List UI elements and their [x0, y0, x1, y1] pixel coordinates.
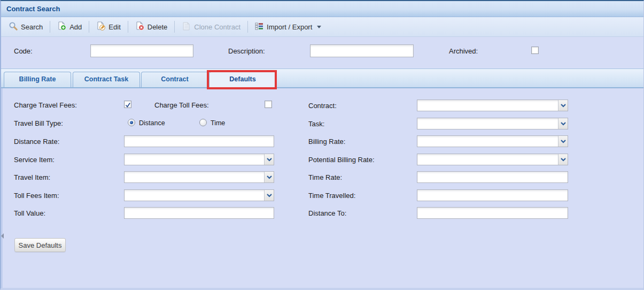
clone-contract-button-label: Clone Contract — [194, 23, 240, 31]
add-icon — [57, 21, 66, 32]
service-item-combobox[interactable] — [124, 154, 274, 165]
toll-value-label: Toll Value: — [14, 209, 45, 217]
import-export-button[interactable]: Import / Export — [251, 20, 325, 34]
radio-time-label: Time — [211, 119, 225, 127]
edit-button-label: Edit — [108, 23, 120, 31]
task-label: Task: — [308, 120, 324, 128]
delete-button-label: Delete — [148, 23, 168, 31]
billing-rate-combo-input[interactable] — [417, 136, 558, 147]
tab-contract[interactable]: Contract — [141, 72, 208, 87]
distance-to-input[interactable] — [417, 207, 568, 219]
billing-rate-combobox[interactable] — [417, 135, 568, 147]
edit-button[interactable]: Edit — [92, 19, 125, 34]
potential-billing-rate-combobox[interactable] — [417, 154, 568, 165]
potential-billing-rate-combo-trigger[interactable] — [558, 154, 568, 165]
task-combo-input[interactable] — [417, 118, 558, 129]
clone-contract-button[interactable]: Clone Contract — [177, 19, 245, 34]
task-combobox[interactable] — [417, 118, 568, 129]
time-rate-label: Time Rate: — [308, 173, 342, 181]
contract-combo-trigger[interactable] — [558, 100, 568, 111]
delete-icon — [135, 21, 144, 32]
save-defaults-button[interactable]: Save Defaults — [14, 238, 66, 252]
edit-icon — [96, 21, 105, 32]
panel-left-edge — [1, 88, 3, 288]
distance-to-label: Distance To: — [308, 209, 346, 217]
import-export-icon — [255, 22, 263, 32]
charge-toll-fees-label: Charge Toll Fees: — [154, 101, 209, 109]
potential-billing-rate-combo-input[interactable] — [417, 154, 558, 165]
chevron-down-icon — [317, 26, 321, 28]
service-item-combo-trigger[interactable] — [264, 154, 274, 165]
billing-rate-label: Billing Rate: — [308, 138, 345, 146]
radio-distance-label: Distance — [139, 119, 165, 127]
travel-bill-type-label: Travel Bill Type: — [14, 119, 63, 127]
tab-defaults[interactable]: Defaults — [209, 72, 276, 88]
distance-rate-input[interactable] — [124, 135, 274, 147]
code-label: Code: — [14, 47, 33, 55]
archived-checkbox[interactable] — [531, 47, 539, 54]
description-input[interactable] — [310, 44, 414, 57]
charge-travel-fees-label: Charge Travel Fees: — [14, 101, 77, 109]
toll-fees-item-combobox[interactable] — [124, 189, 274, 201]
time-rate-input[interactable] — [417, 171, 568, 183]
archived-label: Archived: — [449, 47, 478, 55]
add-button-label: Add — [69, 23, 82, 31]
toll-value-input[interactable] — [124, 207, 274, 219]
toolbar-separator — [50, 21, 50, 33]
travel-item-label: Travel Item: — [14, 173, 50, 181]
toolbar-separator — [128, 21, 128, 33]
contract-combo-input[interactable] — [417, 100, 558, 111]
contract-search-window: Contract Search Search Add Edit Delete C… — [0, 0, 644, 290]
search-icon — [9, 21, 18, 32]
code-input[interactable] — [90, 44, 193, 57]
main-toolbar: Search Add Edit Delete Clone Contract Im… — [1, 17, 643, 37]
billing-rate-combo-trigger[interactable] — [558, 136, 568, 147]
toll-fees-item-label: Toll Fees Item: — [14, 192, 59, 200]
tab-contract-task[interactable]: Contract Task — [73, 72, 140, 87]
search-button-label: Search — [21, 23, 43, 31]
contract-combobox[interactable] — [417, 100, 568, 111]
charge-toll-fees-checkbox[interactable] — [265, 101, 272, 108]
time-travelled-label: Time Travelled: — [308, 192, 355, 200]
service-item-combo-input[interactable] — [125, 154, 264, 165]
search-button[interactable]: Search — [4, 19, 47, 34]
delete-button[interactable]: Delete — [131, 19, 172, 34]
travel-item-combo-trigger[interactable] — [264, 172, 274, 182]
clone-contract-icon — [182, 21, 191, 32]
travel-item-combo-input[interactable] — [125, 172, 264, 182]
potential-billing-rate-label: Potential Billing Rate: — [308, 156, 375, 164]
toll-fees-item-combo-trigger[interactable] — [264, 190, 274, 201]
toolbar-separator — [247, 21, 248, 33]
travel-bill-type-radio-time[interactable] — [199, 119, 207, 126]
tab-billing-rate[interactable]: Billing Rate — [4, 72, 71, 87]
import-export-button-label: Import / Export — [267, 23, 312, 31]
toll-fees-item-combo-input[interactable] — [125, 190, 264, 201]
page-title: Contract Search — [6, 5, 60, 13]
panel-collapse-handle[interactable] — [1, 233, 4, 239]
contract-label: Contract: — [308, 102, 337, 110]
distance-rate-label: Distance Rate: — [14, 138, 59, 146]
toolbar-separator — [89, 21, 89, 33]
task-combo-trigger[interactable] — [558, 118, 568, 129]
charge-travel-fees-checkbox[interactable] — [124, 101, 131, 108]
service-item-label: Service Item: — [14, 156, 55, 164]
toolbar-separator — [174, 21, 175, 33]
travel-item-combobox[interactable] — [124, 171, 274, 183]
window-titlebar: Contract Search — [1, 1, 643, 17]
travel-bill-type-radio-distance[interactable] — [128, 119, 135, 126]
add-button[interactable]: Add — [53, 19, 86, 34]
time-travelled-input[interactable] — [417, 189, 568, 201]
description-label: Description: — [228, 47, 265, 55]
